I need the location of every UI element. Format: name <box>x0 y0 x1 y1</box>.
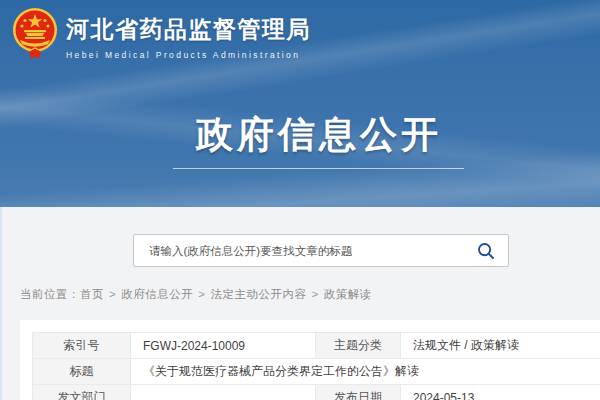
topic-category-label: 主题分类 <box>316 333 401 359</box>
breadcrumb-policy-interpretation[interactable]: 政策解读 <box>324 288 372 300</box>
table-row: 发文部门 发布日期 2024-05-13 <box>33 385 600 400</box>
banner-underline <box>173 168 464 169</box>
breadcrumb-gov-info[interactable]: 政府信息公开 <box>121 288 193 300</box>
issuing-department-label: 发文部门 <box>33 385 131 400</box>
search-bar <box>133 234 509 267</box>
header-banner: 河北省药品监督管理局 Hebei Medical Products Admini… <box>0 0 600 207</box>
breadcrumb-home[interactable]: 首页 <box>80 288 104 300</box>
org-subtitle: Hebei Medical Products Administration <box>66 50 311 60</box>
org-title: 河北省药品监督管理局 <box>66 14 311 45</box>
document-info-table: 索引号 FGWJ-2024-10009 主题分类 法规文件 / 政策解读 标题 … <box>32 332 600 400</box>
publish-date-value: 2024-05-13 <box>401 385 600 400</box>
table-row: 标题 《关于规范医疗器械产品分类界定工作的公告》解读 <box>33 359 600 385</box>
breadcrumb: 当前位置：首页>政府信息公开>法定主动公开内容>政策解读 <box>20 287 372 302</box>
publish-date-label: 发布日期 <box>316 385 401 400</box>
page-left-border <box>0 207 2 400</box>
search-button[interactable] <box>473 242 508 260</box>
breadcrumb-separator: > <box>311 288 318 300</box>
title-label: 标题 <box>33 359 131 385</box>
table-row: 索引号 FGWJ-2024-10009 主题分类 法规文件 / 政策解读 <box>33 333 600 359</box>
search-icon <box>477 242 495 260</box>
search-input[interactable] <box>134 245 473 257</box>
breadcrumb-separator: > <box>109 288 116 300</box>
issuing-department-value <box>131 385 316 400</box>
index-number-label: 索引号 <box>33 333 131 359</box>
site-logo[interactable]: 河北省药品监督管理局 Hebei Medical Products Admini… <box>12 7 311 62</box>
org-text: 河北省药品监督管理局 Hebei Medical Products Admini… <box>66 7 311 60</box>
title-value: 《关于规范医疗器械产品分类界定工作的公告》解读 <box>131 359 600 385</box>
content-panel: 索引号 FGWJ-2024-10009 主题分类 法规文件 / 政策解读 标题 … <box>20 320 600 400</box>
breadcrumb-statutory-disclosure[interactable]: 法定主动公开内容 <box>210 288 306 300</box>
topic-category-value: 法规文件 / 政策解读 <box>401 333 600 359</box>
breadcrumb-prefix: 当前位置： <box>20 288 80 300</box>
national-emblem-icon <box>12 7 58 62</box>
index-number-value: FGWJ-2024-10009 <box>131 333 316 359</box>
page-title: 政府信息公开 <box>196 114 442 155</box>
breadcrumb-separator: > <box>198 288 205 300</box>
